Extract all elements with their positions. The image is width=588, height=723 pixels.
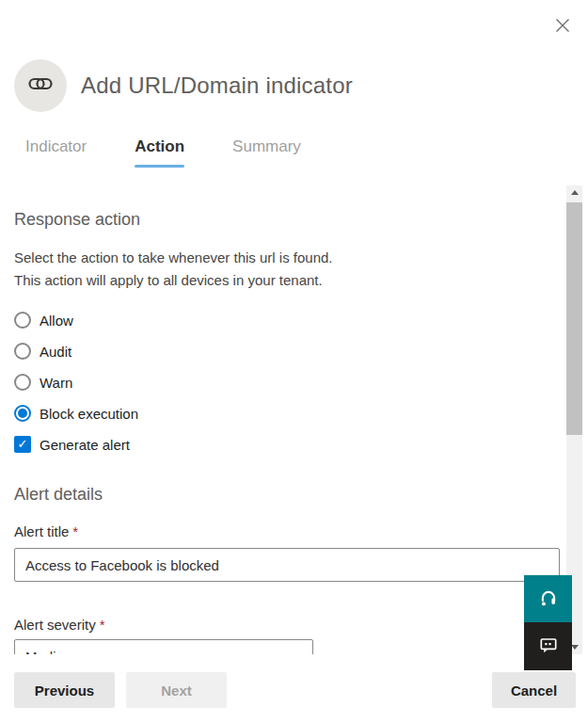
previous-button[interactable]: Previous [14, 672, 115, 708]
radio-icon [14, 374, 31, 391]
alert-title-input[interactable] [14, 548, 560, 582]
alert-severity-label: Alert severity* [14, 617, 560, 634]
cancel-button[interactable]: Cancel [492, 672, 576, 708]
description-line: Select the action to take whenever this … [14, 247, 560, 269]
radio-label: Warn [40, 375, 72, 391]
alert-details-heading: Alert details [14, 483, 560, 506]
required-asterisk: * [100, 617, 105, 633]
avatar [14, 59, 67, 112]
feedback-button[interactable] [524, 622, 572, 670]
tab-indicator[interactable]: Indicator [14, 134, 98, 168]
tab-summary[interactable]: Summary [221, 134, 312, 168]
radio-label: Audit [40, 344, 72, 360]
checkbox-checked-icon: ✓ [14, 436, 31, 453]
close-icon [553, 16, 572, 38]
field-label-text: Alert title [14, 523, 69, 539]
page-title: Add URL/Domain indicator [81, 72, 353, 99]
field-label-text: Alert severity [14, 617, 96, 633]
wizard-tabs: Indicator Action Summary [14, 134, 312, 168]
description-line: This action will apply to all devices in… [14, 269, 560, 292]
tab-action[interactable]: Action [123, 134, 196, 168]
wizard-footer: Previous Next Cancel [0, 672, 588, 723]
radio-option-warn[interactable]: Warn [14, 373, 560, 392]
response-action-description: Select the action to take whenever this … [14, 247, 560, 292]
response-action-heading: Response action [14, 208, 560, 231]
next-button[interactable]: Next [126, 672, 227, 708]
radio-label: Block execution [40, 406, 138, 422]
radio-option-allow[interactable]: Allow [14, 311, 560, 329]
close-button[interactable] [551, 15, 574, 38]
scroll-up-button[interactable] [566, 185, 582, 200]
required-asterisk: * [72, 523, 78, 539]
radio-icon [14, 312, 31, 329]
radio-icon [14, 343, 31, 360]
checkbox-label: Generate alert [40, 437, 130, 453]
radio-selected-icon [14, 405, 31, 422]
help-button[interactable] [524, 575, 572, 622]
feedback-icon [538, 635, 559, 658]
radio-option-audit[interactable]: Audit [14, 342, 560, 361]
headset-icon [538, 587, 559, 611]
help-widgets [524, 575, 572, 670]
response-action-options: Allow Audit Warn Block execution [14, 311, 560, 423]
radio-label: Allow [40, 313, 73, 329]
scroll-up-icon [571, 190, 579, 195]
wizard-content: Response action Select the action to tak… [0, 185, 566, 654]
scrollbar-thumb[interactable] [566, 202, 582, 435]
radio-option-block-execution[interactable]: Block execution [14, 404, 560, 423]
dialog-header: Add URL/Domain indicator [14, 59, 353, 112]
alert-severity-select[interactable]: Medium [14, 639, 313, 654]
alert-title-label: Alert title* [14, 523, 560, 540]
link-icon [26, 70, 55, 102]
generate-alert-checkbox[interactable]: ✓ Generate alert [14, 435, 560, 454]
